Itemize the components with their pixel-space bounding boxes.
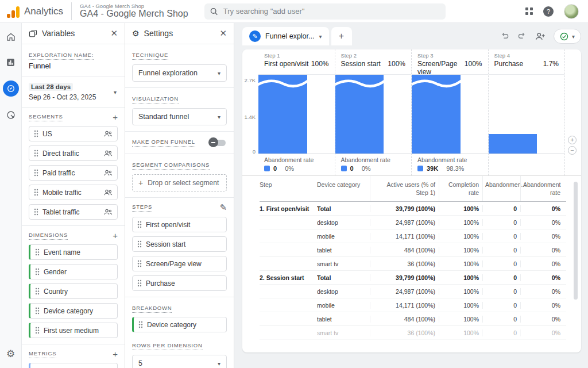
dimension-chip[interactable]: Device category bbox=[29, 303, 118, 319]
cell-abandonments: 0 bbox=[482, 316, 520, 323]
avatar[interactable] bbox=[564, 4, 579, 19]
cell-active-users: 24,987 (100%) bbox=[370, 219, 439, 226]
segment-chip[interactable]: Paid traffic bbox=[29, 165, 118, 181]
date-preset[interactable]: Last 28 days bbox=[29, 83, 73, 91]
funnel-step-chip[interactable]: First open/visit bbox=[132, 217, 227, 232]
add-tab-button[interactable]: + bbox=[331, 27, 352, 45]
exploration-name-value[interactable]: Funnel bbox=[29, 62, 118, 70]
nav-reports-icon[interactable] bbox=[4, 55, 18, 69]
col-header-abandonments[interactable]: Abandonmen... bbox=[482, 176, 520, 201]
edit-steps-pencil-icon[interactable]: ✎ bbox=[219, 202, 227, 213]
cell-step: 1. First open/visit bbox=[260, 205, 317, 212]
zoom-out-icon[interactable]: − bbox=[568, 146, 577, 155]
funnel-bar[interactable] bbox=[335, 75, 384, 154]
global-search[interactable] bbox=[204, 3, 446, 20]
step-name: Purchase bbox=[494, 60, 524, 68]
col-header-completion-rate[interactable]: Completion rate bbox=[439, 176, 482, 201]
drag-handle-icon[interactable] bbox=[35, 268, 40, 275]
drag-handle-icon[interactable] bbox=[35, 248, 40, 256]
visualization-select[interactable]: Standard funnel ▾ bbox=[132, 108, 227, 125]
table-row[interactable]: 1. First open/visit Total 39,799 (100%) … bbox=[260, 202, 566, 216]
drag-handle-icon[interactable] bbox=[137, 279, 142, 287]
drag-handle-icon[interactable] bbox=[34, 189, 38, 196]
drag-handle-icon[interactable] bbox=[138, 321, 143, 328]
nav-explore-icon[interactable] bbox=[3, 80, 19, 97]
drag-handle-icon[interactable] bbox=[137, 260, 142, 267]
analytics-logo-icon[interactable] bbox=[7, 5, 20, 18]
table-scrollbar-thumb[interactable] bbox=[574, 182, 578, 300]
drag-handle-icon[interactable] bbox=[34, 150, 38, 157]
table-row[interactable]: smart tv 36 (100%) 100% 0 0% bbox=[260, 326, 566, 340]
table-row[interactable]: smart tv 36 (100%) 100% 0 0% bbox=[260, 257, 566, 271]
cell-device: smart tv bbox=[317, 260, 370, 267]
table-row[interactable]: 2. Session start Total 39,799 (100%) 100… bbox=[260, 271, 566, 285]
table-row[interactable]: desktop 24,987 (100%) 100% 0 0% bbox=[260, 216, 566, 229]
dimension-chip[interactable]: Country bbox=[29, 283, 118, 299]
apps-grid-icon[interactable] bbox=[525, 7, 533, 15]
drag-handle-icon[interactable] bbox=[34, 169, 38, 177]
add-metric-icon[interactable]: + bbox=[113, 349, 118, 359]
variables-close-icon[interactable]: ✕ bbox=[110, 28, 118, 39]
rows-per-dimension-select[interactable]: 5 ▾ bbox=[132, 355, 227, 368]
drop-segment-zone[interactable]: + Drop or select segment bbox=[132, 174, 227, 191]
dimension-chip[interactable]: Gender bbox=[29, 264, 118, 279]
drag-handle-icon[interactable] bbox=[35, 307, 40, 315]
table-row[interactable]: desktop 24,987 (100%) 100% 0 0% bbox=[260, 285, 566, 298]
drag-handle-icon[interactable] bbox=[35, 288, 40, 295]
segment-chip[interactable]: Tablet traffic bbox=[29, 204, 118, 220]
date-range-section[interactable]: Last 28 days Sep 26 - Oct 23, 2025 ▾ bbox=[22, 76, 125, 108]
segment-chip[interactable]: US bbox=[29, 126, 118, 141]
abandonment-pct: 0% bbox=[285, 165, 294, 172]
metric-chip[interactable]: Active users bbox=[29, 363, 118, 368]
redo-icon[interactable] bbox=[517, 32, 527, 41]
search-input[interactable] bbox=[223, 7, 440, 16]
funnel-step-chip[interactable]: Session start bbox=[132, 236, 227, 252]
make-open-funnel-toggle[interactable] bbox=[208, 137, 227, 148]
col-header-device-category[interactable]: Device category bbox=[317, 176, 370, 201]
step-name: Session start bbox=[341, 60, 381, 68]
technique-select[interactable]: Funnel exploration ▾ bbox=[132, 64, 227, 82]
segment-chip[interactable]: Direct traffic bbox=[29, 145, 118, 161]
col-header-step[interactable]: Step bbox=[260, 176, 317, 201]
table-row[interactable]: tablet 484 (100%) 100% 0 0% bbox=[260, 243, 566, 257]
table-row[interactable]: mobile 14,171 (100%) 100% 0 0% bbox=[260, 229, 566, 243]
funnel-step-chip[interactable]: Screen/Page view bbox=[132, 256, 227, 271]
nav-advertising-icon[interactable] bbox=[4, 108, 18, 122]
add-segment-icon[interactable]: + bbox=[113, 112, 118, 122]
cell-abandonments: 0 bbox=[482, 260, 520, 267]
chart-zoom-controls: + − bbox=[568, 136, 577, 155]
drag-handle-icon[interactable] bbox=[137, 240, 142, 248]
table-row[interactable]: tablet 484 (100%) 100% 0 0% bbox=[260, 312, 566, 326]
col-header-abandonment-rate[interactable]: Abandonment rate bbox=[520, 176, 564, 201]
property-selector[interactable]: GA4 - Google Merch Shop GA4 - Google Mer… bbox=[71, 2, 196, 20]
exploration-tab[interactable]: ✎ Funnel explor... ▾ bbox=[242, 27, 329, 45]
export-status-button[interactable]: ▾ bbox=[554, 29, 581, 44]
help-icon[interactable]: ? bbox=[543, 6, 554, 17]
y-tick-mid: 1.4K bbox=[244, 114, 256, 120]
dimension-chip[interactable]: First user medium bbox=[29, 323, 118, 338]
drag-handle-icon[interactable] bbox=[34, 130, 38, 137]
breakdown-chip[interactable]: Device category bbox=[132, 317, 227, 332]
segment-chip[interactable]: Mobile traffic bbox=[29, 185, 118, 200]
admin-gear-icon[interactable]: ⚙ bbox=[6, 348, 15, 360]
make-open-funnel-row: MAKE OPEN FUNNEL bbox=[125, 132, 234, 154]
funnel-bar-area bbox=[412, 75, 488, 154]
settings-close-icon[interactable]: ✕ bbox=[219, 28, 227, 39]
undo-icon[interactable] bbox=[500, 32, 509, 41]
funnel-bar[interactable] bbox=[412, 75, 461, 154]
share-person-add-icon[interactable] bbox=[535, 32, 546, 41]
tab-caret-icon[interactable]: ▾ bbox=[319, 33, 322, 40]
funnel-step-chip[interactable]: Purchase bbox=[132, 275, 227, 291]
date-caret-icon[interactable]: ▾ bbox=[114, 89, 117, 95]
zoom-in-icon[interactable]: + bbox=[568, 136, 577, 144]
funnel-bar[interactable] bbox=[258, 75, 307, 154]
drag-handle-icon[interactable] bbox=[35, 327, 40, 334]
drag-handle-icon[interactable] bbox=[137, 221, 142, 228]
nav-home-icon[interactable] bbox=[4, 30, 18, 44]
col-header-active-users[interactable]: Active users (% of Step 1) bbox=[370, 176, 439, 201]
funnel-bar[interactable] bbox=[489, 134, 537, 154]
drag-handle-icon[interactable] bbox=[34, 208, 38, 216]
dimension-chip[interactable]: Event name bbox=[29, 244, 118, 260]
table-row[interactable]: mobile 14,171 (100%) 100% 0 0% bbox=[260, 298, 566, 312]
add-dimension-icon[interactable]: + bbox=[113, 231, 118, 240]
